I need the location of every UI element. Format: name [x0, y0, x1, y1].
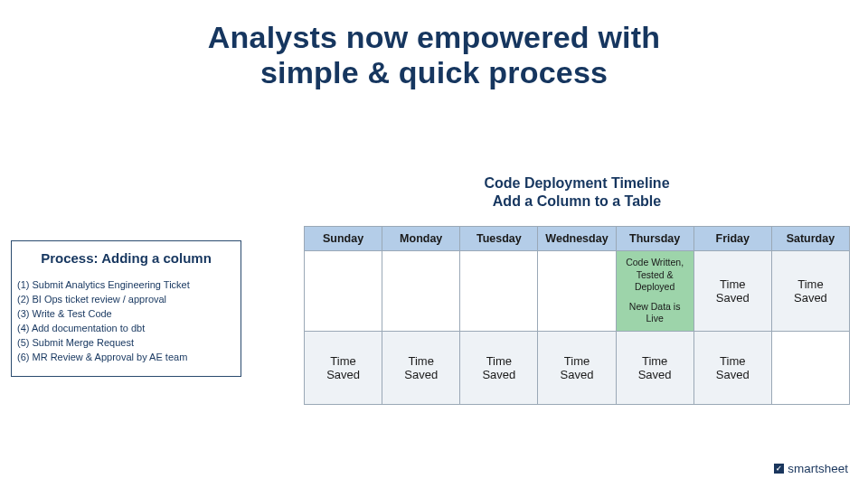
list-item: (2) BI Ops ticket review / approval	[17, 293, 235, 307]
list-item: (5) Submit Merge Request	[17, 336, 235, 351]
day-header: Tuesday	[460, 227, 538, 251]
table-row: TimeSavedTimeSavedTimeSavedTimeSavedTime…	[305, 332, 850, 405]
list-item: (1) Submit Analytics Engineering Ticket	[17, 278, 235, 293]
table-cell: TimeSaved	[460, 332, 538, 405]
timeline-table: Sunday Monday Tuesday Wednesday Thursday…	[304, 226, 850, 405]
day-header: Friday	[693, 227, 771, 251]
day-header: Monday	[382, 227, 460, 251]
process-heading: Process: Adding a column	[17, 250, 235, 266]
timeline-heading-line-1: Code Deployment Timeline	[484, 175, 669, 191]
brand-logo: ✓ smartsheet	[774, 462, 848, 475]
time-saved-label: TimeSaved	[538, 354, 615, 381]
time-saved-label: TimeSaved	[460, 354, 537, 381]
table-cell: TimeSaved	[693, 332, 771, 405]
table-cell: TimeSaved	[538, 332, 616, 405]
title-line-1: Analysts now empowered with	[208, 20, 660, 54]
table-cell: TimeSaved	[305, 332, 382, 405]
deploy-line-1: Code Written, Tested & Deployed	[620, 257, 690, 294]
day-header: Wednesday	[538, 227, 616, 251]
day-header: Saturday	[771, 227, 849, 251]
time-saved-label: TimeSaved	[694, 277, 771, 305]
table-cell	[538, 251, 616, 332]
table-cell	[771, 332, 849, 405]
time-saved-label: TimeSaved	[305, 354, 382, 381]
title-line-2: simple & quick process	[260, 55, 608, 89]
deploy-line-2: New Data is Live	[620, 301, 690, 325]
timeline-heading-line-2: Add a Column to a Table	[493, 193, 661, 209]
time-saved-label: TimeSaved	[772, 277, 849, 305]
list-item: (3) Write & Test Code	[17, 307, 235, 322]
slide: Analysts now empowered with simple & qui…	[0, 0, 868, 488]
table-cell	[305, 251, 382, 332]
list-item: (6) MR Review & Approval by AE team	[17, 351, 235, 365]
brand-text: smartsheet	[788, 462, 848, 475]
table-cell: TimeSaved	[616, 332, 693, 405]
time-saved-label: TimeSaved	[382, 354, 459, 381]
process-box: Process: Adding a column (1) Submit Anal…	[11, 240, 241, 377]
table-cell	[382, 251, 460, 332]
timeline-heading: Code Deployment Timeline Add a Column to…	[304, 174, 850, 211]
day-header: Sunday	[305, 227, 382, 251]
table-row: Code Written, Tested & DeployedNew Data …	[305, 251, 850, 332]
time-saved-label: TimeSaved	[617, 354, 693, 381]
process-steps: (1) Submit Analytics Engineering Ticket …	[17, 278, 235, 365]
table-cell: Code Written, Tested & DeployedNew Data …	[616, 251, 693, 332]
table-cell: TimeSaved	[693, 251, 771, 332]
table-header-row: Sunday Monday Tuesday Wednesday Thursday…	[305, 227, 850, 251]
table-cell	[460, 251, 538, 332]
table-cell: TimeSaved	[771, 251, 849, 332]
table-cell: TimeSaved	[382, 332, 460, 405]
slide-title: Analysts now empowered with simple & qui…	[0, 20, 868, 90]
list-item: (4) Add documentation to dbt	[17, 322, 235, 336]
brand-check-icon: ✓	[774, 464, 784, 474]
day-header: Thursday	[616, 227, 693, 251]
time-saved-label: TimeSaved	[694, 354, 771, 381]
